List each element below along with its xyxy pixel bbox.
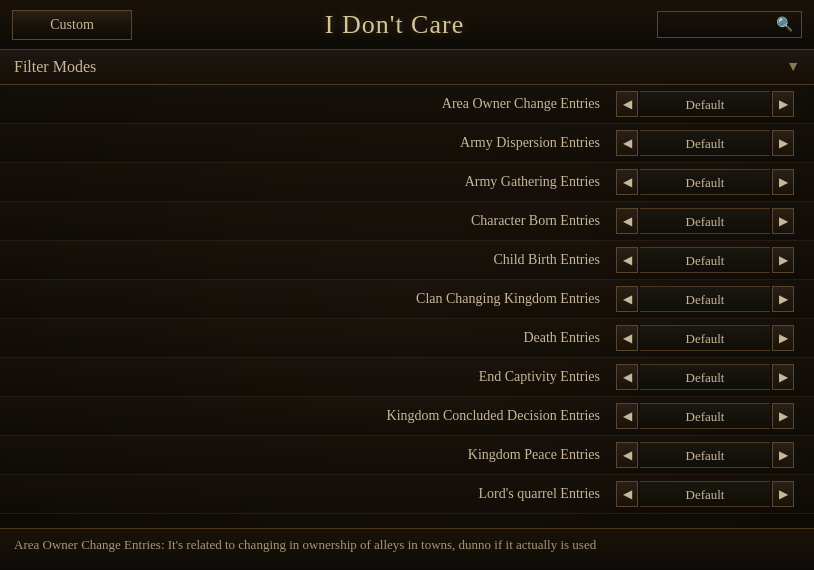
entry-value: Default — [640, 442, 770, 468]
increase-button[interactable]: ▶ — [772, 130, 794, 156]
entry-controls: ◀Default▶ — [616, 247, 794, 273]
increase-button[interactable]: ▶ — [772, 442, 794, 468]
entry-value: Default — [640, 481, 770, 507]
entry-value: Default — [640, 130, 770, 156]
entry-controls: ◀Default▶ — [616, 325, 794, 351]
table-row: Army Dispersion Entries◀Default▶ — [0, 124, 814, 163]
page-title: I Don't Care — [132, 10, 657, 40]
entry-value: Default — [640, 403, 770, 429]
search-box: 🔍 — [657, 11, 802, 38]
filter-modes-label: Filter Modes — [14, 58, 96, 76]
entry-label: Lord's quarrel Entries — [0, 486, 616, 502]
table-row: Child Birth Entries◀Default▶ — [0, 241, 814, 280]
entry-label: Death Entries — [0, 330, 616, 346]
table-row: Area Owner Change Entries◀Default▶ — [0, 85, 814, 124]
entry-value: Default — [640, 208, 770, 234]
increase-button[interactable]: ▶ — [772, 91, 794, 117]
main-container: Custom I Don't Care 🔍 Filter Modes ▼ Are… — [0, 0, 814, 570]
entry-label: Kingdom Concluded Decision Entries — [0, 408, 616, 424]
decrease-button[interactable]: ◀ — [616, 325, 638, 351]
increase-button[interactable]: ▶ — [772, 481, 794, 507]
table-row: Clan Changing Kingdom Entries◀Default▶ — [0, 280, 814, 319]
decrease-button[interactable]: ◀ — [616, 247, 638, 273]
entry-controls: ◀Default▶ — [616, 286, 794, 312]
entry-value: Default — [640, 286, 770, 312]
decrease-button[interactable]: ◀ — [616, 169, 638, 195]
table-row: Lord's quarrel Entries◀Default▶ — [0, 475, 814, 514]
table-row: Character Born Entries◀Default▶ — [0, 202, 814, 241]
entry-controls: ◀Default▶ — [616, 208, 794, 234]
entry-controls: ◀Default▶ — [616, 364, 794, 390]
entry-controls: ◀Default▶ — [616, 91, 794, 117]
increase-button[interactable]: ▶ — [772, 325, 794, 351]
decrease-button[interactable]: ◀ — [616, 364, 638, 390]
increase-button[interactable]: ▶ — [772, 286, 794, 312]
decrease-button[interactable]: ◀ — [616, 130, 638, 156]
description-bar: Area Owner Change Entries: It's related … — [0, 528, 814, 570]
table-row: Kingdom Peace Entries◀Default▶ — [0, 436, 814, 475]
increase-button[interactable]: ▶ — [772, 403, 794, 429]
entry-controls: ◀Default▶ — [616, 481, 794, 507]
entries-list[interactable]: Area Owner Change Entries◀Default▶Army D… — [0, 85, 814, 528]
entry-label: Army Gathering Entries — [0, 174, 616, 190]
decrease-button[interactable]: ◀ — [616, 442, 638, 468]
search-input[interactable] — [666, 17, 776, 33]
increase-button[interactable]: ▶ — [772, 364, 794, 390]
header: Custom I Don't Care 🔍 — [0, 0, 814, 50]
entry-label: Army Dispersion Entries — [0, 135, 616, 151]
search-icon: 🔍 — [776, 16, 793, 33]
entry-label: End Captivity Entries — [0, 369, 616, 385]
decrease-button[interactable]: ◀ — [616, 208, 638, 234]
table-row: Army Gathering Entries◀Default▶ — [0, 163, 814, 202]
entry-label: Character Born Entries — [0, 213, 616, 229]
table-row: Death Entries◀Default▶ — [0, 319, 814, 358]
entry-value: Default — [640, 169, 770, 195]
increase-button[interactable]: ▶ — [772, 208, 794, 234]
entry-value: Default — [640, 247, 770, 273]
entry-label: Clan Changing Kingdom Entries — [0, 291, 616, 307]
table-row: End Captivity Entries◀Default▶ — [0, 358, 814, 397]
table-row: Kingdom Concluded Decision Entries◀Defau… — [0, 397, 814, 436]
decrease-button[interactable]: ◀ — [616, 403, 638, 429]
decrease-button[interactable]: ◀ — [616, 481, 638, 507]
entry-value: Default — [640, 325, 770, 351]
entry-controls: ◀Default▶ — [616, 130, 794, 156]
entry-label: Area Owner Change Entries — [0, 96, 616, 112]
decrease-button[interactable]: ◀ — [616, 286, 638, 312]
increase-button[interactable]: ▶ — [772, 247, 794, 273]
entry-controls: ◀Default▶ — [616, 169, 794, 195]
increase-button[interactable]: ▶ — [772, 169, 794, 195]
entry-value: Default — [640, 364, 770, 390]
entry-controls: ◀Default▶ — [616, 442, 794, 468]
entry-label: Child Birth Entries — [0, 252, 616, 268]
entry-value: Default — [640, 91, 770, 117]
filter-dropdown-icon[interactable]: ▼ — [786, 59, 800, 75]
custom-button[interactable]: Custom — [12, 10, 132, 40]
entry-controls: ◀Default▶ — [616, 403, 794, 429]
filter-modes-bar: Filter Modes ▼ — [0, 50, 814, 85]
entry-label: Kingdom Peace Entries — [0, 447, 616, 463]
decrease-button[interactable]: ◀ — [616, 91, 638, 117]
